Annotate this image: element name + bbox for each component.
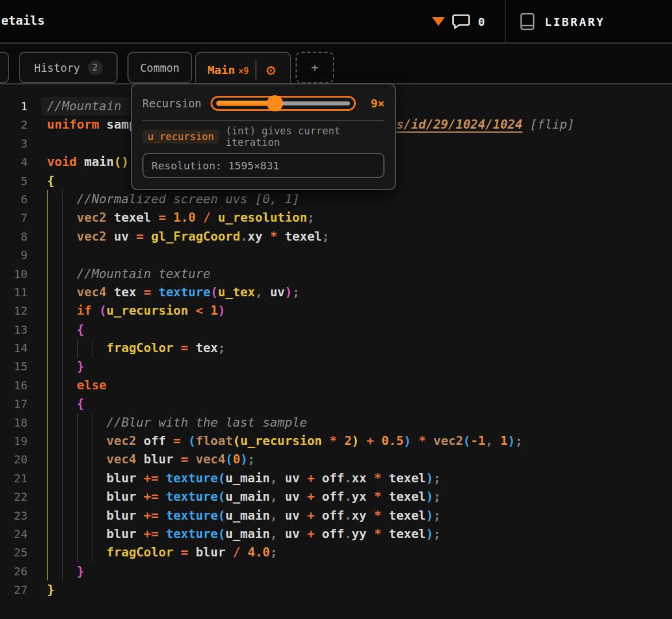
tab-main-multiplier: ×9 — [239, 66, 249, 76]
code-line[interactable]: 22 blur += texture(u_main, uv + off.yx *… — [0, 488, 672, 506]
line-number: 10 — [0, 265, 28, 283]
code-line[interactable]: 11 vec4 tex = texture(u_tex, uv); — [0, 283, 672, 301]
code-line[interactable]: 10 //Mountain texture — [0, 265, 672, 283]
line-number: 6 — [0, 190, 28, 208]
dropdown-arrow-icon[interactable] — [432, 17, 445, 26]
indent-guide — [47, 301, 48, 320]
indent-guide — [62, 543, 63, 562]
comments-button[interactable]: 0 — [452, 14, 485, 29]
code-line[interactable]: 18 //Blur with the last sample — [0, 413, 672, 432]
indent-guide — [62, 339, 63, 357]
indent-guide — [62, 357, 63, 376]
indent-guide — [47, 283, 48, 301]
indent-guide — [47, 246, 48, 264]
indent-guide — [62, 506, 63, 525]
tab-add-button[interactable]: + — [296, 52, 334, 83]
indent-guide — [92, 432, 93, 450]
code-line[interactable]: 9 — [0, 246, 672, 264]
line-number: 17 — [0, 394, 28, 413]
line-number: 23 — [0, 506, 28, 525]
tab-common[interactable]: Common — [127, 52, 192, 83]
tab-main[interactable]: Main×9 ⚙ — [195, 52, 291, 87]
line-number: 11 — [0, 283, 28, 301]
indent-guide — [62, 301, 63, 320]
indent-guide — [47, 357, 48, 376]
indent-guide — [62, 190, 63, 208]
window-title: etails — [1, 14, 45, 28]
tab-common-label: Common — [140, 61, 180, 74]
indent-guide — [92, 413, 93, 432]
indent-guide — [47, 432, 48, 450]
slider-thumb[interactable] — [267, 95, 283, 111]
code-line[interactable]: 13 { — [0, 320, 672, 339]
code-text: fragColor = tex; — [47, 339, 226, 357]
code-line[interactable]: 17 { — [0, 394, 672, 413]
indent-guide — [62, 208, 63, 227]
line-number: 1 — [0, 97, 28, 115]
library-button[interactable]: LIBRARY — [520, 13, 605, 30]
code-line[interactable]: 15 } — [0, 357, 672, 376]
popup-divider — [142, 120, 384, 121]
code-line[interactable]: 14 fragColor = tex; — [0, 339, 672, 357]
indent-guide — [77, 488, 78, 506]
code-line[interactable]: 6 //Normalized screen uvs [0, 1] — [0, 190, 672, 208]
indent-guide — [47, 506, 48, 525]
slider-label: Recursion — [142, 97, 201, 110]
code-line[interactable]: 12 if (u_recursion < 1) — [0, 301, 672, 320]
code-text: void main() — [47, 153, 129, 171]
code-line[interactable]: 7 vec2 texel = 1.0 / u_resolution; — [0, 208, 672, 227]
tab-add-label: + — [311, 61, 318, 75]
indent-guide — [47, 413, 48, 432]
code-line[interactable]: 20 vec4 blur = vec4(0); — [0, 450, 672, 469]
indent-guide — [47, 394, 48, 413]
line-number: 22 — [0, 488, 28, 506]
code-text: vec2 texel = 1.0 / u_resolution; — [47, 208, 314, 227]
tab-history[interactable]: History 2 — [19, 52, 118, 83]
resolution-input[interactable]: Resolution: 1595×831 — [142, 153, 384, 178]
code-line[interactable]: 25 fragColor = blur / 4.0; — [0, 543, 672, 562]
code-text: } — [47, 581, 55, 599]
top-bar: etails 0 LIBRARY — [0, 0, 672, 42]
code-line[interactable]: 19 vec2 off = (float(u_recursion * 2) + … — [0, 432, 672, 450]
indent-guide — [77, 543, 78, 562]
tab-main-separator — [255, 60, 257, 80]
line-number: 19 — [0, 432, 28, 450]
code-line[interactable]: 27} — [0, 581, 672, 599]
indent-guide — [47, 488, 48, 506]
code-line[interactable]: 8 vec2 uv = gl_FragCoord.xy * texel; — [0, 227, 672, 246]
code-line[interactable]: 16 else — [0, 376, 672, 394]
indent-guide — [62, 283, 63, 301]
uniform-chip: u_recursion — [142, 130, 219, 144]
indent-guide — [62, 469, 63, 488]
comment-count: 0 — [478, 15, 485, 29]
slider-value: 9× — [365, 96, 384, 110]
comment-bubble-icon — [452, 14, 470, 29]
indent-guide — [47, 543, 48, 562]
indent-guide — [92, 525, 93, 543]
indent-guide — [62, 525, 63, 543]
gear-icon[interactable]: ⚙ — [258, 62, 284, 78]
tab-partial[interactable] — [0, 52, 9, 83]
code-text: blur += texture(u_main, uv + off.yy * te… — [47, 525, 441, 543]
indent-guide — [47, 562, 48, 581]
indent-guide — [47, 525, 48, 543]
indent-guide — [77, 413, 78, 432]
tab-main-label: Main×9 — [202, 63, 254, 77]
indent-guide — [77, 506, 78, 525]
indent-guide — [92, 469, 93, 488]
code-text: vec4 blur = vec4(0); — [47, 450, 255, 469]
uniform-hint-row: u_recursion (int) gives current iteratio… — [142, 128, 384, 145]
recursion-slider[interactable] — [211, 96, 356, 111]
line-number: 3 — [0, 134, 28, 153]
line-number: 4 — [0, 153, 28, 171]
indent-guide — [62, 246, 63, 264]
code-line[interactable]: 23 blur += texture(u_main, uv + off.xy *… — [0, 506, 672, 525]
code-line[interactable]: 24 blur += texture(u_main, uv + off.yy *… — [0, 525, 672, 543]
indent-guide — [62, 394, 63, 413]
line-number: 13 — [0, 320, 28, 339]
code-text: vec2 uv = gl_FragCoord.xy * texel; — [47, 227, 329, 246]
code-line[interactable]: 21 blur += texture(u_main, uv + off.xx *… — [0, 469, 672, 488]
code-line[interactable]: 26 } — [0, 562, 672, 581]
line-number: 27 — [0, 581, 28, 599]
indent-guide — [62, 488, 63, 506]
